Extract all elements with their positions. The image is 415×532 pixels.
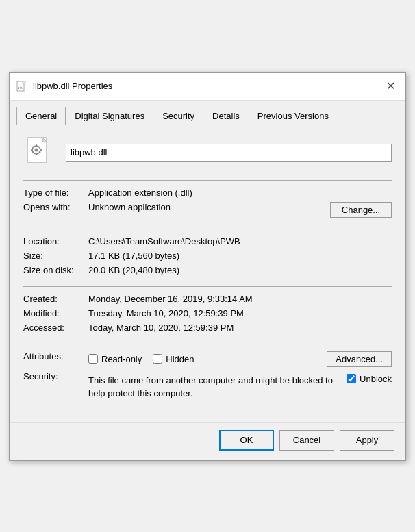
size-value: 17.1 KB (17,560 bytes): [88, 251, 392, 261]
size-disk-value: 20.0 KB (20,480 bytes): [88, 265, 392, 275]
size-row: Size: 17.1 KB (17,560 bytes): [23, 251, 392, 261]
footer: OK Cancel Apply: [10, 422, 405, 460]
type-row: Type of file: Application extension (.dl…: [23, 188, 392, 198]
apply-button[interactable]: Apply: [340, 430, 394, 451]
dates-section: Created: Monday, December 16, 2019, 9:33…: [23, 286, 392, 344]
file-type-icon: [23, 136, 56, 169]
advanced-button[interactable]: Advanced...: [327, 351, 392, 367]
hidden-label: Hidden: [166, 354, 194, 364]
accessed-label: Accessed:: [23, 322, 88, 333]
type-section: Type of file: Application extension (.dl…: [23, 180, 392, 229]
readonly-checkbox-label[interactable]: Read-only: [88, 354, 142, 364]
accessed-value: Today, March 10, 2020, 12:59:39 PM: [88, 322, 392, 333]
security-text: This file came from another computer and…: [88, 374, 340, 401]
size-section: Location: C:\Users\TeamSoftware\Desktop\…: [23, 229, 392, 286]
tab-digital-signatures[interactable]: Digital Signatures: [66, 107, 153, 125]
created-value: Monday, December 16, 2019, 9:33:14 AM: [88, 294, 392, 304]
created-label: Created:: [23, 294, 88, 304]
tab-details[interactable]: Details: [203, 107, 249, 125]
security-label: Security:: [23, 371, 88, 381]
modified-value: Tuesday, March 10, 2020, 12:59:39 PM: [88, 308, 392, 318]
window-icon: dll: [16, 81, 27, 92]
opens-label: Opens with:: [23, 202, 88, 212]
filename-input[interactable]: [66, 144, 392, 162]
attributes-row: Attributes: Read-only Hidden Advanced...: [23, 351, 392, 367]
svg-text:dll: dll: [18, 86, 23, 90]
attrs-section: Attributes: Read-only Hidden Advanced...…: [23, 344, 392, 411]
unblock-checkbox[interactable]: [347, 374, 356, 383]
svg-point-9: [35, 148, 38, 151]
title-bar: dll libpwb.dll Properties ✕: [10, 73, 405, 101]
cancel-button[interactable]: Cancel: [279, 430, 334, 451]
hidden-checkbox[interactable]: [153, 354, 162, 364]
type-value: Application extension (.dll): [88, 188, 392, 198]
file-header: [23, 136, 392, 169]
svg-rect-10: [36, 144, 37, 147]
tab-bar: General Digital Signatures Security Deta…: [10, 101, 405, 125]
opens-row: Opens with: Unknown application Change..…: [23, 202, 392, 218]
ok-button[interactable]: OK: [219, 430, 274, 451]
size-disk-row: Size on disk: 20.0 KB (20,480 bytes): [23, 265, 392, 275]
dll-file-icon: [26, 136, 53, 169]
location-value: C:\Users\TeamSoftware\Desktop\PWB: [88, 236, 392, 246]
size-disk-label: Size on disk:: [23, 265, 88, 275]
svg-rect-12: [31, 149, 33, 151]
tab-general[interactable]: General: [16, 107, 66, 125]
size-label: Size:: [23, 251, 88, 261]
modified-label: Modified:: [23, 308, 88, 318]
type-label: Type of file:: [23, 188, 88, 198]
unblock-area: Unblock: [347, 374, 392, 384]
content-area: Type of file: Application extension (.dl…: [10, 125, 405, 422]
opens-value: Unknown application: [88, 202, 323, 212]
attrs-controls: Read-only Hidden Advanced...: [88, 351, 392, 367]
readonly-label: Read-only: [101, 354, 142, 364]
readonly-checkbox[interactable]: [88, 354, 98, 364]
svg-rect-11: [36, 153, 37, 155]
tab-security[interactable]: Security: [153, 107, 203, 125]
accessed-row: Accessed: Today, March 10, 2020, 12:59:3…: [23, 322, 392, 333]
unblock-label: Unblock: [360, 374, 392, 384]
security-row: Security: This file came from another co…: [23, 371, 392, 401]
change-button[interactable]: Change...: [330, 202, 392, 218]
hidden-checkbox-label[interactable]: Hidden: [153, 354, 194, 364]
properties-dialog: dll libpwb.dll Properties ✕ General Digi…: [9, 72, 406, 461]
attributes-label: Attributes:: [23, 351, 88, 362]
tab-previous-versions[interactable]: Previous Versions: [249, 107, 338, 125]
dialog-title: libpwb.dll Properties: [33, 81, 112, 91]
title-bar-left: dll libpwb.dll Properties: [16, 81, 112, 92]
created-row: Created: Monday, December 16, 2019, 9:33…: [23, 294, 392, 304]
location-label: Location:: [23, 236, 88, 246]
modified-row: Modified: Tuesday, March 10, 2020, 12:59…: [23, 308, 392, 318]
close-button[interactable]: ✕: [382, 78, 399, 94]
unblock-checkbox-label[interactable]: Unblock: [347, 374, 392, 384]
svg-rect-13: [40, 149, 42, 151]
svg-rect-3: [23, 81, 25, 84]
location-row: Location: C:\Users\TeamSoftware\Desktop\…: [23, 236, 392, 246]
security-content: This file came from another computer and…: [88, 374, 392, 401]
